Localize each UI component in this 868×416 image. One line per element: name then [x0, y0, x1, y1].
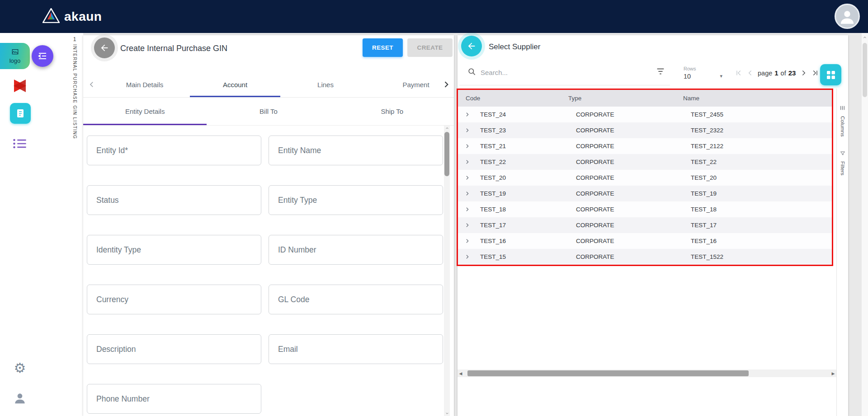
scrollbar-thumb[interactable] [467, 370, 749, 376]
scrollbar-thumb[interactable] [444, 132, 449, 176]
supplier-type: CORPORATE [576, 143, 691, 150]
tab-main-details[interactable]: Main Details [99, 72, 190, 97]
settings-gear-icon[interactable]: ⚙ [12, 360, 28, 376]
field-label: Entity Name [278, 146, 321, 155]
supplier-row[interactable]: TEST_19 CORPORATE TEST_19 [458, 186, 832, 201]
table-horizontal-scrollbar[interactable]: ◀ ▶ [458, 369, 836, 377]
filters-tool[interactable]: Filters [840, 150, 845, 175]
form-vertical-scrollbar[interactable] [444, 126, 450, 416]
total-pages: 23 [788, 69, 796, 77]
table-header-row: Code Type Name [458, 90, 832, 107]
supplier-name: TEST_20 [691, 174, 832, 181]
supplier-row[interactable]: TEST_24 CORPORATE TEST_2455 [458, 107, 832, 122]
columns-label: Columns [840, 116, 845, 136]
row-expand-chevron-icon[interactable] [458, 127, 480, 133]
supplier-code: TEST_22 [480, 159, 576, 165]
tab-account[interactable]: Account [190, 72, 280, 97]
grid-view-button[interactable] [820, 64, 841, 85]
pdf-app-icon[interactable] [10, 76, 30, 96]
field-gl-code[interactable]: GL Code [269, 285, 443, 314]
column-header-code: Code [458, 95, 568, 102]
scroll-up-icon[interactable] [862, 35, 868, 40]
search-input[interactable] [481, 69, 656, 76]
supplier-row[interactable]: TEST_15 CORPORATE TEST_1522 [458, 249, 832, 265]
field-email[interactable]: Email [269, 334, 443, 364]
create-gin-panel: Create Internal Purchase GIN RESET CREAT… [83, 35, 454, 416]
module-listing-vertical-label: 1 INTERNAL PURCHASE GIN LISTING [70, 36, 80, 139]
supplier-row[interactable]: TEST_16 CORPORATE TEST_16 [458, 233, 832, 249]
first-page-button[interactable] [732, 67, 744, 79]
row-expand-chevron-icon[interactable] [458, 238, 480, 244]
sidebar-collapse-button[interactable] [32, 45, 53, 67]
reset-button[interactable]: RESET [363, 38, 403, 57]
back-button[interactable] [94, 37, 115, 58]
row-expand-chevron-icon[interactable] [458, 159, 480, 165]
supplier-row[interactable]: TEST_18 CORPORATE TEST_18 [458, 201, 832, 217]
rows-per-page-select[interactable]: Rows 10 ▾ [684, 66, 722, 80]
listing-app-icon[interactable] [11, 136, 29, 151]
field-currency[interactable]: Currency [87, 285, 261, 314]
field-identity-type[interactable]: Identity Type [87, 235, 261, 265]
field-status[interactable]: Status [87, 185, 261, 215]
scroll-left-icon[interactable]: ◀ [458, 369, 464, 377]
arrow-back-icon [99, 43, 109, 53]
tab-label: Lines [317, 81, 334, 89]
create-button[interactable]: CREATE [407, 38, 453, 57]
row-expand-chevron-icon[interactable] [458, 112, 480, 117]
field-entity-name[interactable]: Entity Name [269, 136, 443, 165]
filter-list-icon[interactable] [656, 66, 665, 78]
scroll-right-icon[interactable]: ▶ [830, 369, 836, 377]
last-page-button[interactable] [809, 67, 821, 79]
columns-tool[interactable]: Columns [840, 105, 845, 136]
scroll-up-icon[interactable] [444, 126, 450, 131]
supplier-code: TEST_19 [480, 190, 576, 197]
supplier-row[interactable]: TEST_17 CORPORATE TEST_17 [458, 217, 832, 233]
chevron-down-icon: ▾ [720, 73, 722, 79]
brand-logo[interactable]: akaun [42, 8, 102, 25]
profile-icon[interactable] [12, 390, 28, 407]
row-expand-chevron-icon[interactable] [458, 206, 480, 212]
prev-page-button[interactable] [744, 67, 756, 79]
supplier-back-button[interactable] [461, 36, 482, 56]
tabs-scroll-left-icon[interactable] [85, 72, 99, 97]
page-title: Create Internal Purchase GIN [120, 44, 227, 53]
field-id-number[interactable]: ID Number [269, 235, 443, 265]
entity-details-form: Entity Id* Entity Name Status Entity Typ… [83, 126, 454, 416]
next-page-button[interactable] [797, 67, 809, 79]
page-vertical-scrollbar[interactable] [861, 33, 868, 416]
billing-app-icon[interactable] [10, 103, 31, 124]
person-icon [838, 7, 856, 25]
supplier-row[interactable]: TEST_23 CORPORATE TEST_2322 [458, 122, 832, 138]
user-avatar[interactable] [835, 4, 860, 29]
row-expand-chevron-icon[interactable] [458, 254, 480, 260]
row-expand-chevron-icon[interactable] [458, 191, 480, 196]
supplier-row[interactable]: TEST_22 CORPORATE TEST_22 [458, 154, 832, 170]
scrollbar-thumb[interactable] [863, 43, 867, 97]
menu-open-icon [37, 51, 48, 61]
subtab-entity-details[interactable]: Entity Details [83, 98, 207, 125]
row-expand-chevron-icon[interactable] [458, 222, 480, 228]
field-description[interactable]: Description [87, 334, 261, 364]
tab-label: Payment [402, 81, 429, 89]
tenant-logo-chip[interactable]: logo [0, 43, 30, 69]
tab-lines[interactable]: Lines [280, 72, 371, 97]
subtab-ship-to[interactable]: Ship To [330, 98, 454, 125]
brand-name: akaun [64, 9, 102, 24]
field-entity-type[interactable]: Entity Type [269, 185, 443, 215]
field-phone-number[interactable]: Phone Number [87, 384, 261, 414]
column-header-name: Name [683, 95, 832, 102]
scroll-down-icon[interactable] [444, 411, 450, 416]
tabs-scroll-right-icon[interactable] [439, 72, 453, 97]
supplier-type: CORPORATE [576, 159, 691, 165]
subtab-bill-to[interactable]: Bill To [207, 98, 330, 125]
supplier-row[interactable]: TEST_21 CORPORATE TEST_2122 [458, 138, 832, 154]
supplier-row[interactable]: TEST_20 CORPORATE TEST_20 [458, 170, 832, 186]
tab-payment[interactable]: Payment [371, 72, 439, 97]
supplier-code: TEST_16 [480, 238, 576, 244]
row-expand-chevron-icon[interactable] [458, 175, 480, 181]
row-expand-chevron-icon[interactable] [458, 143, 480, 149]
field-entity-id[interactable]: Entity Id* [87, 136, 261, 165]
field-label: Description [96, 345, 136, 354]
field-label: Entity Id* [96, 146, 128, 155]
logo-alt-text: logo [9, 57, 21, 64]
